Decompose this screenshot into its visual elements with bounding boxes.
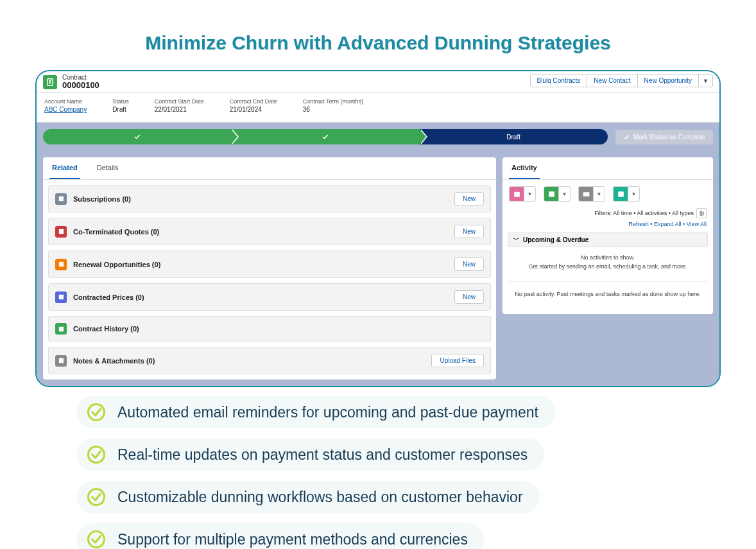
end-date-value: 21/01/2024 — [230, 106, 277, 113]
new-button[interactable]: New — [454, 225, 484, 238]
record-meta: Contract 00000100 — [62, 74, 99, 90]
task-icon — [547, 190, 556, 198]
chevron-down-icon: ﹀ — [513, 236, 519, 244]
related-item-title: Contracted Prices (0) — [73, 293, 144, 301]
new-button[interactable]: New — [454, 192, 484, 205]
term-label: Contract Term (months) — [303, 98, 363, 105]
check-icon — [322, 133, 329, 141]
check-circle-icon — [87, 487, 106, 507]
new-contact-button[interactable]: New Contact — [587, 74, 637, 87]
new-button[interactable]: New — [454, 257, 484, 271]
calendar-icon — [513, 190, 521, 198]
body-columns: Related Details Subscriptions (0)NewCo-T… — [37, 151, 719, 386]
svg-rect-7 — [58, 295, 63, 299]
gear-icon[interactable]: ⚙ — [696, 208, 707, 218]
history-icon — [55, 323, 67, 335]
wrench-icon — [55, 193, 67, 205]
svg-point-14 — [89, 405, 105, 421]
call-button[interactable] — [613, 186, 628, 202]
feature-text: Customizable dunning workflows based on … — [117, 489, 523, 506]
related-item[interactable]: Co-Terminated Quotes (0)New — [48, 218, 491, 245]
svg-rect-6 — [58, 262, 63, 266]
call-dropdown[interactable]: ▼ — [628, 186, 640, 202]
refresh-link[interactable]: Refresh — [628, 221, 649, 227]
opportunity-icon — [55, 259, 67, 270]
feature-list: Automated email reminders for upcoming a… — [70, 396, 686, 549]
feature-text: Automated email reminders for upcoming a… — [117, 404, 538, 421]
upcoming-label: Upcoming & Overdue — [523, 236, 588, 243]
related-item-title: Subscriptions (0) — [73, 195, 131, 203]
mark-complete-label: Mark Status as Complete — [633, 134, 705, 141]
past-activity-message: No past activity. Past meetings and task… — [508, 281, 708, 309]
side-tabs: Activity — [503, 157, 713, 180]
svg-rect-5 — [58, 229, 63, 234]
email-button[interactable] — [578, 186, 594, 202]
new-task-dropdown[interactable]: ▼ — [559, 186, 571, 202]
log-call-dropdown[interactable]: ▼ — [524, 186, 536, 202]
related-item[interactable]: Contracted Prices (0)New — [48, 283, 491, 311]
svg-rect-11 — [549, 191, 554, 197]
check-circle-icon — [87, 445, 106, 464]
related-item-title: Co-Terminated Quotes (0) — [73, 228, 159, 236]
term-value: 36 — [303, 106, 363, 113]
more-actions-button[interactable]: ▼ — [699, 74, 713, 87]
new-task-button[interactable] — [544, 186, 559, 202]
filters-text: Filters: All time • All activities • All… — [594, 210, 694, 216]
path-stage-complete-2[interactable] — [231, 129, 419, 144]
upload-files-button[interactable]: Upload Files — [431, 354, 484, 367]
check-icon — [133, 133, 141, 141]
status-path: Draft — [43, 129, 608, 144]
header-actions: Blulq Contracts New Contact New Opportun… — [530, 74, 713, 87]
svg-rect-13 — [618, 191, 624, 197]
status-value: Draft — [112, 106, 129, 113]
new-opportunity-button[interactable]: New Opportunity — [638, 74, 699, 87]
feature-text: Support for multiple payment methods and… — [117, 531, 468, 548]
end-date-label: Contract End Date — [230, 98, 277, 105]
related-item[interactable]: Renewal Opportunities (0)New — [48, 250, 491, 278]
related-item[interactable]: Notes & Attachments (0)Upload Files — [48, 347, 491, 374]
start-date-value: 22/01/2021 — [155, 106, 204, 113]
new-button[interactable]: New — [454, 290, 484, 304]
svg-rect-4 — [58, 196, 63, 201]
file-icon — [55, 355, 67, 367]
bluiq-contracts-button[interactable]: Blulq Contracts — [530, 74, 588, 87]
tab-details[interactable]: Details — [94, 157, 121, 179]
svg-rect-12 — [583, 192, 589, 196]
page-heading: Minimize Churn with Advanced Dunning Str… — [0, 32, 756, 54]
no-activities-message: No activities to show. Get started by se… — [503, 247, 713, 281]
cart-icon — [55, 226, 67, 238]
contract-icon — [43, 75, 57, 89]
check-icon — [623, 134, 630, 141]
path-wrap: Draft Mark Status as Complete — [37, 123, 719, 151]
svg-rect-9 — [58, 358, 63, 363]
activity-panel: Activity ▼ ▼ — [503, 157, 713, 314]
account-name-link[interactable]: ABC Company — [44, 106, 87, 113]
related-list: Subscriptions (0)NewCo-Terminated Quotes… — [43, 180, 496, 379]
svg-point-15 — [89, 447, 105, 463]
mark-complete-button[interactable]: Mark Status as Complete — [615, 130, 713, 144]
svg-rect-8 — [58, 327, 63, 331]
path-current-label: Draft — [506, 134, 520, 141]
expand-all-link[interactable]: Expand All — [654, 221, 682, 227]
tab-activity[interactable]: Activity — [509, 157, 540, 179]
path-stage-complete-1[interactable] — [43, 129, 231, 144]
svg-point-16 — [89, 489, 105, 505]
check-circle-icon — [87, 403, 106, 422]
log-call-button[interactable] — [509, 186, 524, 202]
related-item-title: Contract History (0) — [73, 325, 139, 333]
tab-related[interactable]: Related — [49, 157, 80, 179]
view-all-link[interactable]: View All — [687, 221, 707, 227]
main-tabs: Related Details — [43, 157, 496, 180]
main-panel: Related Details Subscriptions (0)NewCo-T… — [43, 157, 496, 379]
related-item[interactable]: Contract History (0) — [48, 316, 491, 342]
email-dropdown[interactable]: ▼ — [594, 186, 605, 202]
record-header: Contract 00000100 Blulq Contracts New Co… — [37, 71, 719, 93]
salesforce-frame: Contract 00000100 Blulq Contracts New Co… — [35, 70, 721, 387]
upcoming-overdue-toggle[interactable]: ﹀ Upcoming & Overdue — [508, 232, 708, 247]
status-label: Status — [112, 98, 129, 105]
activity-filters: Filters: All time • All activities • All… — [503, 208, 713, 221]
path-stage-current[interactable]: Draft — [420, 129, 608, 144]
feature-text: Real-time updates on payment status and … — [117, 446, 528, 464]
feature-item: Customizable dunning workflows based on … — [76, 481, 540, 513]
related-item[interactable]: Subscriptions (0)New — [48, 185, 491, 213]
